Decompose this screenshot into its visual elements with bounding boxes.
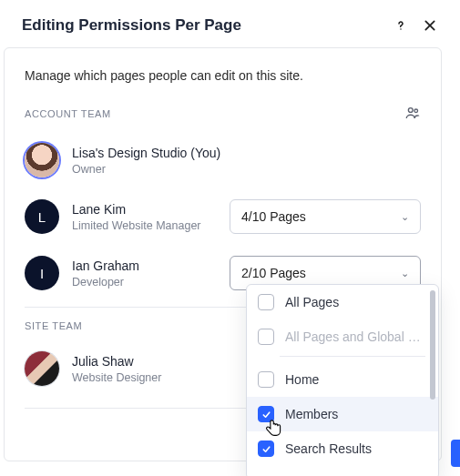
checkbox[interactable]: [258, 406, 274, 422]
svg-point-1: [408, 108, 413, 113]
panel-description: Manage which pages people can edit on th…: [25, 68, 421, 83]
permissions-panel: Manage which pages people can edit on th…: [4, 47, 442, 461]
member-name: Lisa's Design Studio (You): [72, 146, 421, 160]
section-label-text: SITE TEAM: [25, 320, 82, 331]
page-option-search-results[interactable]: Search Results: [247, 431, 438, 466]
dropdown-value: 2/10 Pages: [241, 266, 306, 280]
avatar-initial: I: [40, 266, 44, 281]
section-label-text: ACCOUNT TEAM: [25, 108, 111, 119]
page-option-label: Search Results: [285, 441, 372, 456]
avatar: [25, 351, 59, 386]
member-name: Ian Graham: [72, 258, 217, 273]
team-icon[interactable]: [404, 105, 421, 123]
page-option-label: All Pages and Global Se…: [285, 329, 422, 344]
avatar: L: [25, 199, 59, 234]
svg-point-2: [414, 109, 418, 113]
chevron-down-icon: ⌄: [401, 211, 409, 223]
avatar-initial: L: [38, 209, 46, 225]
help-icon[interactable]: [393, 17, 409, 34]
checkbox: [258, 329, 274, 345]
page-option-label: Home: [285, 372, 319, 387]
page-option-label: All Pages: [285, 295, 339, 309]
account-team-label: ACCOUNT TEAM: [25, 105, 421, 123]
close-icon[interactable]: [422, 17, 438, 34]
dropdown-value: 4/10 Pages: [241, 209, 306, 224]
pages-dropdown[interactable]: 4/10 Pages ⌄: [230, 199, 421, 234]
chevron-down-icon: ⌄: [401, 268, 409, 279]
avatar: I: [25, 256, 59, 290]
page-option-all-global: All Pages and Global Se…: [247, 319, 438, 354]
side-tab[interactable]: [451, 440, 460, 467]
scrollbar-thumb[interactable]: [430, 290, 435, 400]
member-role: Limited Website Manager: [72, 219, 217, 232]
member-row: Lisa's Design Studio (You) Owner: [25, 132, 421, 188]
member-row: L Lane Kim Limited Website Manager 4/10 …: [25, 188, 421, 245]
page-option-all-pages[interactable]: All Pages: [247, 285, 438, 319]
page-option-label: Members: [285, 407, 338, 421]
member-name: Lane Kim: [72, 202, 217, 217]
checkbox[interactable]: [258, 371, 274, 388]
checkbox[interactable]: [258, 294, 274, 310]
page-option-home[interactable]: Home: [247, 362, 438, 397]
member-role: Developer: [72, 276, 217, 289]
popover-divider: [280, 356, 425, 357]
page-option-members[interactable]: Members: [247, 397, 438, 431]
avatar: [25, 143, 59, 177]
pages-popover: All Pages All Pages and Global Se… Home …: [246, 284, 439, 476]
svg-point-0: [400, 28, 401, 29]
member-role: Owner: [72, 163, 421, 176]
dialog-title: Editing Permissions Per Page: [22, 16, 241, 35]
checkbox[interactable]: [258, 441, 274, 457]
